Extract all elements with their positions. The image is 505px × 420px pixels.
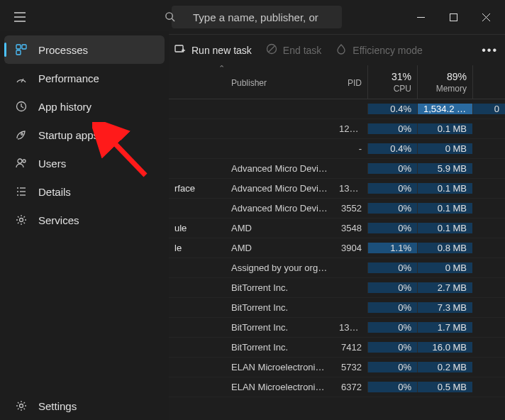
sidebar-item-app-history[interactable]: App history bbox=[4, 92, 165, 121]
cell-cpu: 0% bbox=[367, 382, 417, 392]
maximize-button[interactable] bbox=[437, 6, 470, 28]
efficiency-icon bbox=[335, 43, 347, 57]
hamburger-menu-icon[interactable] bbox=[7, 4, 33, 30]
column-cpu[interactable]: 31%CPU bbox=[367, 65, 417, 99]
table-row[interactable]: Advanced Micro Device...35520%0.1 MB bbox=[169, 199, 505, 219]
cell-pid: 3904 bbox=[333, 243, 367, 253]
cell-name: ule bbox=[169, 223, 226, 233]
cell-memory: 2.7 MB bbox=[417, 282, 472, 293]
sidebar-item-label: Users bbox=[38, 158, 66, 170]
history-icon bbox=[14, 99, 28, 114]
minimize-button[interactable] bbox=[404, 6, 437, 28]
cell-cpu: 0% bbox=[367, 163, 417, 174]
column-pid[interactable]: PID bbox=[333, 65, 367, 99]
efficiency-label: Efficiency mode bbox=[353, 45, 423, 56]
sidebar: Processes Performance App history Startu… bbox=[0, 31, 169, 420]
cell-cpu: 0% bbox=[367, 262, 417, 273]
cell-memory: 0.8 MB bbox=[417, 243, 472, 253]
cell-cpu: 0% bbox=[367, 342, 417, 353]
cell-publisher: BitTorrent Inc. bbox=[226, 342, 333, 353]
table-row[interactable]: 0.4%1,534.2 MB0 bbox=[169, 99, 505, 119]
run-new-task-button[interactable]: Run new task bbox=[174, 43, 252, 57]
table-row[interactable]: -0.4%0 MB bbox=[169, 139, 505, 159]
table-row[interactable]: ELAN Microelectronics ...63720%0.5 MB bbox=[169, 377, 505, 397]
cell-cpu: 0.4% bbox=[367, 104, 417, 114]
cell-memory: 16.0 MB bbox=[417, 342, 472, 353]
cell-cpu: 0.4% bbox=[367, 143, 417, 154]
svg-point-23 bbox=[20, 219, 23, 222]
sidebar-item-label: Settings bbox=[38, 400, 77, 412]
sidebar-item-details[interactable]: Details bbox=[4, 177, 165, 206]
svg-point-3 bbox=[166, 13, 172, 19]
svg-rect-9 bbox=[16, 45, 21, 49]
svg-point-16 bbox=[23, 160, 26, 162]
column-publisher[interactable]: Publisher bbox=[226, 65, 333, 99]
table-row[interactable]: ELAN Microelectronics ...57320%0.2 MB bbox=[169, 358, 505, 377]
end-task-button: End task bbox=[266, 43, 321, 57]
column-extra[interactable] bbox=[472, 65, 505, 99]
sidebar-item-label: Services bbox=[38, 214, 79, 226]
sidebar-item-label: Performance bbox=[38, 72, 99, 84]
cell-pid: 7412 bbox=[333, 342, 367, 353]
cell-pid: 6372 bbox=[333, 382, 367, 392]
svg-rect-25 bbox=[175, 45, 183, 52]
cell-publisher: BitTorrent Inc. bbox=[226, 302, 333, 313]
cell-publisher: Advanced Micro Device... bbox=[226, 183, 333, 194]
sidebar-item-users[interactable]: Users bbox=[4, 149, 165, 177]
table-row[interactable]: Assigned by your organi...0%0 MB bbox=[169, 258, 505, 278]
cell-pid: 13692 bbox=[333, 183, 367, 194]
table-row[interactable]: rfaceAdvanced Micro Device...136920%0.1 … bbox=[169, 179, 505, 199]
search-input[interactable] bbox=[172, 6, 342, 28]
cell-memory: 0.5 MB bbox=[417, 382, 472, 392]
cell-pid: 5732 bbox=[333, 362, 367, 372]
cell-publisher: Advanced Micro Device... bbox=[226, 163, 333, 174]
sidebar-item-processes[interactable]: Processes bbox=[4, 35, 165, 64]
run-task-icon bbox=[174, 43, 186, 57]
services-icon bbox=[14, 213, 28, 227]
sidebar-item-label: Startup apps bbox=[38, 129, 99, 141]
table-row[interactable]: Advanced Micro Device...0%5.9 MB bbox=[169, 159, 505, 179]
cell-memory: 0 MB bbox=[417, 262, 472, 273]
cell-memory: 0.1 MB bbox=[417, 203, 472, 214]
table-row[interactable]: BitTorrent Inc.136080%1.7 MB bbox=[169, 318, 505, 338]
close-button[interactable] bbox=[470, 6, 502, 28]
svg-rect-10 bbox=[22, 45, 26, 49]
table-row[interactable]: BitTorrent Inc.0%7.3 MB bbox=[169, 298, 505, 318]
table-row[interactable]: leAMD39041.1%0.8 MB bbox=[169, 238, 505, 258]
table-row[interactable]: uleAMD35480%0.1 MB bbox=[169, 219, 505, 238]
cell-publisher: AMD bbox=[226, 243, 333, 253]
sidebar-item-settings[interactable]: Settings bbox=[4, 392, 165, 420]
cell-publisher: ELAN Microelectronics ... bbox=[226, 382, 333, 392]
cell-pid: 13608 bbox=[333, 322, 367, 333]
cell-memory: 0.2 MB bbox=[417, 362, 472, 372]
performance-icon bbox=[14, 71, 28, 85]
users-icon bbox=[14, 156, 28, 170]
process-grid: ⌃ Publisher PID 31%CPU 89%Memory 0.4%1,5… bbox=[169, 65, 505, 420]
svg-rect-6 bbox=[450, 13, 457, 21]
cell-cpu: 1.1% bbox=[367, 243, 417, 253]
cell-publisher: Assigned by your organi... bbox=[226, 262, 333, 273]
cell-pid: 3552 bbox=[333, 203, 367, 214]
more-options-button[interactable]: ••• bbox=[482, 44, 498, 57]
cell-cpu: 0% bbox=[367, 322, 417, 333]
sidebar-item-startup-apps[interactable]: Startup apps bbox=[4, 121, 165, 149]
column-memory[interactable]: 89%Memory bbox=[417, 65, 472, 99]
sidebar-item-label: Processes bbox=[38, 44, 88, 56]
sidebar-item-performance[interactable]: Performance bbox=[4, 64, 165, 92]
cell-cpu: 0% bbox=[367, 302, 417, 313]
cell-memory: 1,534.2 MB bbox=[417, 104, 472, 114]
table-row[interactable]: BitTorrent Inc.0%2.7 MB bbox=[169, 278, 505, 298]
cell-extra: 0 bbox=[472, 104, 505, 114]
cell-cpu: 0% bbox=[367, 223, 417, 233]
cell-pid: - bbox=[333, 143, 367, 154]
end-task-label: End task bbox=[283, 45, 321, 56]
cell-publisher: AMD bbox=[226, 223, 333, 233]
cell-name: le bbox=[169, 243, 226, 253]
svg-point-24 bbox=[20, 404, 23, 408]
table-row[interactable]: 125040%0.1 MB bbox=[169, 119, 505, 139]
cell-memory: 5.9 MB bbox=[417, 163, 472, 174]
details-icon bbox=[14, 184, 28, 199]
table-row[interactable]: BitTorrent Inc.74120%16.0 MB bbox=[169, 338, 505, 358]
column-name[interactable]: ⌃ bbox=[169, 65, 226, 99]
sidebar-item-services[interactable]: Services bbox=[4, 206, 165, 234]
